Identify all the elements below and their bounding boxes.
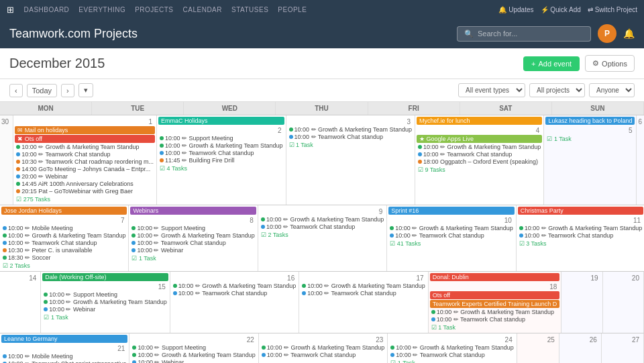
event-teamwork-chat-16[interactable]: 10:00 ✏ Teamwork Chat standup — [172, 290, 297, 297]
search-input[interactable] — [478, 30, 584, 38]
projects-filter[interactable]: All projects — [529, 83, 585, 97]
event-oggpatch[interactable]: 18:00 Oggpatch – Oxford Event (speaking) — [417, 158, 542, 165]
event-teamwork-sprint-retro[interactable]: 10:00 ✏ Teamwork Chat sprint retrospecti… — [1, 360, 127, 363]
search-box[interactable]: 🔍 — [457, 26, 591, 42]
notifications-icon[interactable]: 🔔 — [623, 28, 635, 39]
quick-add-link[interactable]: ⚡ Quick Add — [541, 6, 581, 13]
event-christmas-party[interactable]: Christmas Party — [518, 207, 643, 215]
event-teamwork-chat-2[interactable]: 10:00 ✏ Teamwork Chat standup — [158, 150, 284, 156]
event-emmac-holidays[interactable]: EmmaC Holidays — [158, 117, 284, 125]
event-growth-marketing-7[interactable]: 10:00 ✏ Growth & Marketing Team Standup — [1, 232, 127, 239]
tasks-dec-8[interactable]: 1 Task — [130, 254, 256, 262]
event-support-meeting-8[interactable]: 10:00 ✏ Support Meeting — [130, 225, 256, 231]
event-peterc-unavailable[interactable]: 10:30 ✏ Peter C. is unavailable — [1, 247, 127, 254]
tasks-dec-18[interactable]: 1 Task — [430, 323, 560, 331]
event-chat-roadmap[interactable]: 10:30 ✏ Teamwork Chat roadmap reordering… — [15, 158, 155, 165]
tasks-dec-15[interactable]: 1 Task — [42, 313, 168, 321]
event-mail-on-holidays[interactable]: ✉ Mail on holidays — [15, 126, 155, 134]
tasks-dec-11[interactable]: 3 Tasks — [518, 240, 643, 248]
event-growth-marketing-2[interactable]: 10:00 ✏ Growth & Marketing Team Standup — [158, 142, 284, 149]
next-month-button[interactable]: › — [61, 84, 74, 97]
add-event-button[interactable]: + Add event — [523, 56, 580, 71]
event-teamwork-chat-17[interactable]: 10:00 ✏ Teamwork Chat standup — [301, 290, 426, 297]
event-lukasz-heading-back[interactable]: Lukasz heading back to Poland — [545, 117, 635, 125]
event-webinar-15[interactable]: 10:00 ✏ Webinar — [42, 306, 168, 313]
event-webinar-8[interactable]: 10:00 ✏ Webinar — [130, 247, 256, 254]
options-button[interactable]: ⚙ Options — [585, 55, 635, 72]
event-growth-marketing-17[interactable]: 10:00 ✏ Growth & Marketing Team Standup — [301, 282, 426, 289]
event-teamwork-chat-10[interactable]: 10:00 ✏ Teamwork Chat standup — [388, 232, 514, 239]
event-growth-marketing-3[interactable]: 10:00 ✏ Growth & Marketing Team Standup — [288, 126, 413, 133]
tasks-dec-3[interactable]: 1 Task — [288, 141, 413, 149]
event-ots-off-18[interactable]: Ots off — [430, 291, 560, 299]
event-webinar-22[interactable]: 10:00 ✏ Webinar — [131, 359, 256, 363]
tasks-dec-1[interactable]: 275 Tasks — [15, 195, 155, 203]
event-growth-marketing-11[interactable]: 10:00 ✏ Growth & Marketing Team Standup — [518, 225, 643, 231]
event-growth-marketing-16[interactable]: 10:00 ✏ Growth & Marketing Team Standup — [172, 282, 297, 289]
event-growth-marketing-18[interactable]: 10:00 ✏ Growth & Marketing Team Standup — [430, 309, 560, 315]
nav-projects[interactable]: PROJECTS — [135, 6, 173, 13]
tasks-dec-7[interactable]: 2 Tasks — [1, 262, 127, 270]
event-ots-off[interactable]: ✖ Ots off — [15, 135, 155, 143]
event-teamwork-chat-23[interactable]: 10:00 ✏ Teamwork Chat standup — [260, 352, 386, 358]
tasks-dec-24[interactable]: 1 Task — [389, 359, 515, 363]
event-teamwork-experts[interactable]: Teamwork Experts Certified Training Laun… — [430, 300, 560, 308]
nav-dashboard[interactable]: DASHBOARD — [24, 6, 70, 13]
nav-people[interactable]: PEOPLE — [278, 6, 307, 13]
person-filter[interactable]: Anyone — [589, 83, 635, 97]
event-soccer-7[interactable]: 18:30 ✏ Soccer — [1, 254, 127, 261]
nav-statuses[interactable]: STATUSES — [231, 6, 268, 13]
event-growth-marketing-8[interactable]: 10:00 ✏ Growth & Marketing Team Standup — [130, 232, 256, 239]
event-growth-marketing-1[interactable]: 10:00 ✏ Growth & Marketing Team Standup — [15, 144, 155, 150]
tasks-dec-5[interactable]: 1 Task — [545, 135, 635, 143]
nav-calendar[interactable]: CALENDAR — [183, 6, 222, 13]
event-mobile-meeting-21[interactable]: 10:00 ✏ Mobile Meeting — [1, 353, 127, 360]
event-leanne-germany[interactable]: Leanne to Germany — [1, 335, 127, 343]
event-webinar-1[interactable]: 20:00 ✏ Webinar — [15, 173, 155, 180]
event-teamwork-chat-18[interactable]: 10:00 ✏ Teamwork Chat standup — [430, 316, 560, 323]
nav-everything[interactable]: EVERYTHING — [78, 6, 125, 13]
tasks-dec-9[interactable]: 2 Tasks — [260, 231, 385, 239]
event-donal-dublin[interactable]: Donal: Dublin — [430, 273, 560, 281]
tasks-dec-2[interactable]: 4 Tasks — [158, 164, 284, 172]
event-building-fire[interactable]: 11:45 ✏ Building Fire Drill — [158, 157, 284, 164]
event-ai-anniversary[interactable]: 14:45 AiR 100th Anniversary Celebrations — [15, 180, 155, 187]
event-support-meeting-22[interactable]: 10:00 ✏ Support Meeting — [131, 344, 256, 351]
today-button[interactable]: Today — [27, 84, 57, 97]
event-growth-marketing-10[interactable]: 10:00 ✏ Growth & Marketing Team Standup — [388, 225, 514, 231]
tasks-dec-10[interactable]: 41 Tasks — [388, 240, 514, 248]
nav-home-icon[interactable]: ⊞ — [7, 5, 15, 15]
event-dale-working-off-site[interactable]: Dale (Working Off-site) — [42, 273, 168, 281]
event-pat-goto[interactable]: 20:15 Pat – GoToWebinar with Greg Baer — [15, 188, 155, 195]
tasks-dec-4[interactable]: 9 Tasks — [417, 166, 542, 174]
event-mychefie-lunch[interactable]: Mychef.ie for lunch — [417, 117, 542, 125]
event-sprint-16[interactable]: Sprint #16 — [388, 207, 514, 215]
event-growth-marketing-22[interactable]: 10:00 ✏ Growth & Marketing Team Standup — [131, 352, 256, 358]
event-teamwork-chat-11[interactable]: 10:00 ✏ Teamwork Chat standup — [518, 232, 643, 239]
event-growth-marketing-4[interactable]: 10:00 ✏ Growth & Marketing Team Standup — [417, 144, 542, 150]
event-growth-marketing-23[interactable]: 10:00 ✏ Growth & Marketing Team Standup — [260, 344, 386, 351]
event-mobile-meeting-7[interactable]: 10:00 ✏ Mobile Meeting — [1, 225, 127, 231]
event-growth-marketing-9[interactable]: 10:00 ✏ Growth & Marketing Team Standup — [260, 216, 385, 223]
event-teamwork-chat-8[interactable]: 10:00 ✏ Teamwork Chat standup — [130, 240, 256, 246]
event-teamwork-chat-7[interactable]: 10:00 ✏ Teamwork Chat standup — [1, 240, 127, 246]
avatar[interactable]: P — [598, 24, 616, 43]
prev-month-button[interactable]: ‹ — [9, 84, 23, 97]
event-teamwork-chat-24[interactable]: 10:00 ✏ Teamwork Chat standup — [389, 352, 515, 358]
event-jose-jordan-holidays[interactable]: Jose Jordan Holidays — [1, 207, 127, 215]
event-webinars[interactable]: Webinars — [130, 207, 256, 215]
event-growth-marketing-15[interactable]: 10:00 ✏ Growth & Marketing Team Standup — [42, 299, 168, 305]
event-teamwork-chat-1[interactable]: 10:00 ✏ Teamwork Chat standup — [15, 151, 155, 158]
event-teamwork-chat-3[interactable]: 10:00 ✏ Teamwork Chat standup — [288, 134, 413, 140]
event-growth-marketing-24[interactable]: 10:00 ✏ Growth & Marketing Team Standup — [389, 344, 515, 351]
view-dropdown-button[interactable]: ▾ — [78, 83, 93, 97]
switch-project-link[interactable]: ⇄ Switch Project — [588, 6, 637, 13]
event-teamwork-chat-4[interactable]: 10:00 ✏ Teamwork Chat standup — [417, 151, 542, 158]
event-goto-meeting[interactable]: 14:00 GoTo Meeting – Johnys Canada – Ent… — [15, 166, 155, 172]
event-teamwork-chat-9[interactable]: 10:00 ✏ Teamwork Chat standup — [260, 223, 385, 230]
event-type-filter[interactable]: All event types — [458, 83, 525, 97]
event-support-meeting-2[interactable]: 10:00 ✏ Support Meeting — [158, 135, 284, 142]
event-google-apps-live[interactable]: ★ Google Apps Live — [417, 135, 542, 143]
updates-link[interactable]: 🔔 Updates — [498, 6, 533, 13]
event-support-meeting-15[interactable]: 10:00 ✏ Support Meeting — [42, 291, 168, 298]
